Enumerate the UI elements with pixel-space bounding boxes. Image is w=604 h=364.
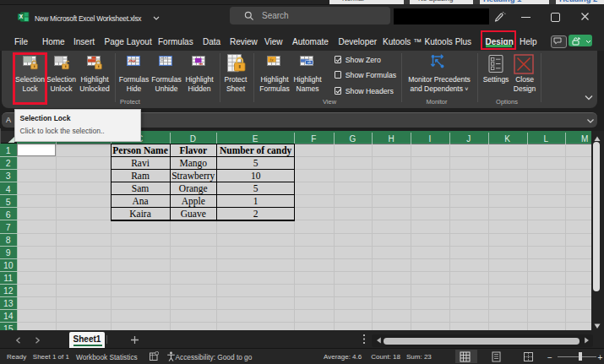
svg-text:X: X (19, 14, 24, 19)
svg-text:ab: ab (307, 60, 312, 64)
svg-text:fx: fx (269, 57, 274, 62)
